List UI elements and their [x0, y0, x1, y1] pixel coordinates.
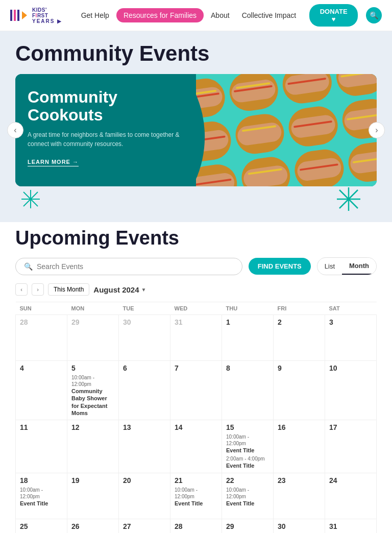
month-label[interactable]: August 2024 ▼ [93, 285, 146, 294]
search-input[interactable] [37, 262, 234, 271]
logo[interactable]: KIDS' FIRST YEARS ▶ [10, 7, 63, 24]
day-number: 15 [226, 423, 269, 431]
event-title: Event Title [226, 500, 269, 507]
day-number: 28 [175, 522, 217, 530]
calendar-grid: SUN MON TUE WED THU FRI SAT 282930311234… [15, 302, 377, 533]
calendar-day[interactable]: 11 [16, 420, 67, 473]
day-number: 30 [278, 522, 321, 530]
day-number: 29 [226, 522, 269, 530]
calendar-day[interactable]: 23 [274, 473, 325, 519]
calendar-day[interactable]: 14 [170, 420, 222, 473]
day-number: 28 [20, 318, 63, 326]
calendar-day[interactable]: 8 [222, 361, 274, 420]
calendar-day[interactable]: 31 [325, 519, 377, 533]
events-section: Upcoming Events 🔍 FIND EVENTS List Month… [0, 222, 392, 533]
calendar-day[interactable]: 2110:00am - 12:00pmEvent Title [170, 473, 222, 519]
calendar-day[interactable]: 3 [325, 315, 377, 361]
carousel-slide: Community Cookouts A great time for neig… [15, 74, 377, 186]
calendar-day[interactable]: 30 [274, 519, 325, 533]
view-list-button[interactable]: List [317, 258, 342, 274]
calendar-day[interactable]: 2 [274, 315, 325, 361]
calendar-nav: ‹ › This Month August 2024 ▼ [15, 283, 377, 296]
calendar-day[interactable]: 2810:00amEvent Title [170, 519, 222, 533]
donate-button[interactable]: DONATE ♥ [309, 4, 358, 27]
search-box: 🔍 [15, 258, 242, 275]
view-month-button[interactable]: Month [342, 258, 376, 275]
slide-title: Community Cookouts [28, 88, 184, 124]
this-month-button[interactable]: This Month [48, 283, 89, 296]
day-number: 10 [329, 364, 372, 372]
event-title: Community Baby Shower for Expectant Moms [71, 387, 114, 417]
search-icon: 🔍 [24, 262, 33, 271]
calendar-day[interactable]: 1 [222, 315, 274, 361]
day-number: 2 [278, 318, 321, 326]
calendar-day[interactable]: 12 [67, 420, 119, 473]
view-toggle: List Month [317, 257, 377, 275]
calendar-day[interactable]: 1810:00am - 12:00pmEvent Title [16, 473, 67, 519]
col-thu: THU [222, 302, 274, 315]
day-number: 17 [329, 423, 372, 431]
col-sun: SUN [16, 302, 67, 315]
calendar-day[interactable]: 17 [325, 420, 377, 473]
find-events-button[interactable]: FIND EVENTS [249, 258, 311, 275]
day-number: 1 [226, 318, 269, 326]
calendar-day[interactable]: 30 [119, 315, 170, 361]
calendar-day[interactable]: 13 [119, 420, 170, 473]
calendar-day[interactable]: 29 [222, 519, 274, 533]
calendar-day[interactable]: 24 [325, 473, 377, 519]
carousel-prev-button[interactable]: ‹ [7, 122, 23, 138]
learn-more-link[interactable]: LEARN MORE → [28, 159, 79, 166]
nav-about[interactable]: About [206, 8, 235, 22]
calendar-day[interactable]: 20 [119, 473, 170, 519]
search-button[interactable]: 🔍 [366, 7, 382, 23]
calendar-day[interactable]: 1510:00am - 12:00pmEvent Title2:00am - 4… [222, 420, 274, 473]
day-number: 23 [278, 476, 321, 484]
decorative-stars [15, 186, 377, 217]
col-mon: MON [67, 302, 119, 315]
day-number: 7 [175, 364, 217, 372]
calendar-day[interactable]: 27 [119, 519, 170, 533]
carousel: ‹ Community Cookouts A great time for ne… [15, 74, 377, 186]
event-block[interactable]: 10:00am - 12:00pmEvent Title [226, 433, 269, 454]
calendar-day[interactable]: 31 [170, 315, 222, 361]
calendar-day[interactable]: 10 [325, 361, 377, 420]
event-block[interactable]: 10:00am - 12:00pmEvent Title [20, 487, 63, 507]
day-number: 31 [175, 318, 217, 326]
day-number: 22 [226, 476, 269, 484]
nav-get-help[interactable]: Get Help [76, 8, 114, 22]
calendar-day[interactable]: 6 [119, 361, 170, 420]
calendar-next-button[interactable]: › [32, 283, 44, 296]
calendar-prev-button[interactable]: ‹ [15, 283, 28, 296]
nav-collective-impact[interactable]: Collective Impact [237, 8, 302, 22]
nav-resources-for-families[interactable]: Resources for Families [116, 8, 204, 22]
day-number: 25 [20, 522, 63, 530]
day-number: 16 [278, 423, 321, 431]
calendar-day[interactable]: 25 [16, 519, 67, 533]
day-number: 9 [278, 364, 321, 372]
calendar-day[interactable]: 7 [170, 361, 222, 420]
calendar-day[interactable]: 26 [67, 519, 119, 533]
event-time: 10:00am - 12:00pm [175, 487, 217, 500]
col-fri: FRI [274, 302, 325, 315]
calendar-day[interactable]: 29 [67, 315, 119, 361]
calendar-day[interactable]: 28 [16, 315, 67, 361]
calendar-day[interactable]: 2210:00am - 12:00pmEvent Title [222, 473, 274, 519]
event-block[interactable]: 10:00am - 12:00pmCommunity Baby Shower f… [71, 374, 114, 417]
calendar-day[interactable]: 9 [274, 361, 325, 420]
day-number: 29 [71, 318, 114, 326]
event-block[interactable]: 10:00am - 12:00pmEvent Title [175, 487, 217, 507]
carousel-next-button[interactable]: › [369, 122, 385, 138]
day-number: 27 [123, 522, 166, 530]
day-number: 30 [123, 318, 166, 326]
calendar-day[interactable]: 510:00am - 12:00pmCommunity Baby Shower … [67, 361, 119, 420]
event-title: Event Title [175, 500, 217, 507]
event-block[interactable]: 10:00am - 12:00pmEvent Title [226, 487, 269, 507]
event-block[interactable]: 2:00am - 4:00pmEvent Title [226, 455, 269, 469]
star-right-icon [336, 186, 361, 217]
day-number: 3 [329, 318, 372, 326]
calendar-day[interactable]: 19 [67, 473, 119, 519]
calendar-day[interactable]: 4 [16, 361, 67, 420]
event-time: 10:00am - 12:00pm [20, 487, 63, 500]
calendar-day[interactable]: 16 [274, 420, 325, 473]
event-time: 2:00am - 4:00pm [226, 455, 269, 462]
